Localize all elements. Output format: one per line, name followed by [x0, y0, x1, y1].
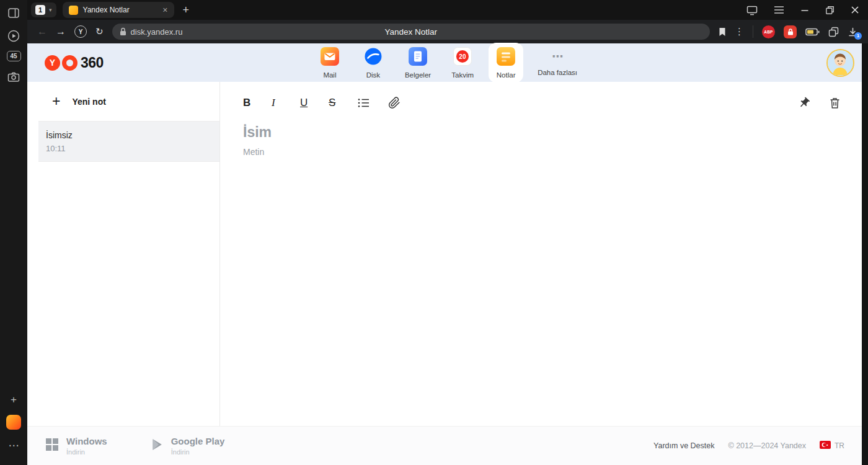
url-omnibox[interactable]: disk.yandex.ru Yandex Notlar: [112, 24, 710, 40]
video-play-icon[interactable]: [6, 28, 22, 44]
note-editor: B I U S: [220, 82, 868, 426]
battery-icon[interactable]: [805, 28, 820, 36]
back-icon[interactable]: ←: [37, 27, 47, 37]
tab-title: Yandex Notlar: [83, 6, 158, 14]
page-footer: Windows İndirin Google Play İndirin Yard…: [27, 426, 868, 465]
notes-workspace: + Yeni not İsimsiz 10:11 B I U S: [27, 82, 868, 426]
note-list-pane: + Yeni not İsimsiz 10:11: [38, 82, 220, 426]
note-list-item[interactable]: İsimsiz 10:11: [38, 122, 219, 162]
calendar-day-badge: 20: [459, 53, 467, 60]
logo-ring: [62, 55, 78, 71]
editor-toolbar: B I U S: [243, 89, 841, 117]
nav-more[interactable]: ⋯ Daha fazlası: [532, 43, 583, 80]
logo-y-circle: Y: [45, 55, 60, 71]
footer-right: Yardım ve Destek © 2012—2024 Yandex TR: [653, 440, 852, 451]
plus-icon: +: [52, 94, 60, 108]
browser-window: 45 + ⋯ 1 ▾ Yandex Notlar × +: [0, 0, 868, 465]
download-count-badge: 1: [854, 32, 862, 40]
more-services-icon: ⋯: [548, 47, 567, 66]
chevron-down-icon: ▾: [49, 7, 52, 13]
google-play-icon: [152, 438, 163, 453]
yandex360-logo[interactable]: Y 360: [45, 55, 104, 71]
strikethrough-button[interactable]: S: [329, 97, 339, 109]
collections-icon[interactable]: [828, 27, 839, 37]
lock-icon: [120, 27, 126, 36]
language-selector[interactable]: TR: [820, 440, 844, 451]
nav-disk[interactable]: Disk: [356, 43, 391, 82]
service-nav: Mail Disk Belgeler: [312, 43, 583, 82]
nav-docs[interactable]: Belgeler: [399, 43, 436, 82]
tab-bar: 1 ▾ Yandex Notlar × +: [27, 0, 868, 20]
downloads-icon[interactable]: 1: [848, 27, 858, 37]
notes-icon: [497, 47, 515, 68]
google-play-download-link[interactable]: Google Play İndirin: [152, 436, 225, 455]
logo-360-text: 360: [81, 55, 104, 71]
side-panel-icon[interactable]: [6, 5, 22, 21]
note-title-input[interactable]: İsim: [243, 124, 841, 141]
avatar[interactable]: [826, 49, 854, 77]
toolbar-divider: [753, 25, 753, 38]
disk-icon: [364, 47, 383, 68]
note-title: İsimsiz: [46, 130, 210, 140]
browser-tab-active[interactable]: Yandex Notlar ×: [63, 2, 174, 18]
protect-extension-icon[interactable]: [784, 25, 797, 38]
web-page: Y 360 Mail Disk: [27, 43, 868, 465]
rail-add-icon[interactable]: +: [6, 392, 22, 408]
tab-group-number: 1: [35, 5, 45, 15]
browser-side-rail: 45 + ⋯: [0, 0, 27, 465]
nav-mail[interactable]: Mail: [312, 43, 347, 82]
tab-close-icon[interactable]: ×: [162, 6, 167, 14]
yandex-launcher-icon[interactable]: [6, 415, 21, 430]
new-tab-button[interactable]: +: [183, 4, 190, 17]
bullet-list-icon[interactable]: [357, 97, 370, 108]
nav-notes[interactable]: Notlar: [489, 43, 523, 82]
cast-icon[interactable]: [746, 5, 758, 16]
attachment-icon[interactable]: [388, 97, 401, 109]
turkey-flag-icon: [820, 440, 831, 451]
help-link[interactable]: Yardım ve Destek: [653, 441, 714, 450]
pin-icon[interactable]: [798, 97, 810, 109]
underline-button[interactable]: U: [300, 97, 310, 109]
forward-icon[interactable]: →: [56, 27, 66, 37]
menu-icon[interactable]: [774, 6, 784, 14]
tab-group-selector[interactable]: 1 ▾: [31, 2, 56, 17]
adblock-extension-icon[interactable]: ABP: [762, 25, 775, 38]
documents-icon: [409, 47, 427, 68]
close-icon[interactable]: [851, 6, 859, 14]
yandex360-header: Y 360 Mail Disk: [27, 43, 868, 82]
calendar-icon: 20: [453, 47, 472, 68]
bookmark-icon[interactable]: [719, 27, 726, 37]
url-text: disk.yandex.ru: [131, 27, 183, 37]
windows-download-link[interactable]: Windows İndirin: [46, 436, 107, 455]
notes-favicon: [69, 6, 78, 15]
nav-calendar[interactable]: 20 Takvim: [445, 43, 480, 82]
new-note-label: Yeni not: [72, 97, 105, 107]
windows-icon: [46, 438, 58, 453]
more-vertical-icon[interactable]: ⋮: [735, 26, 744, 37]
tab-counter-badge[interactable]: 45: [7, 51, 21, 61]
address-bar: ← → Y ↻ disk.yandex.ru Yandex Notlar ⋮ A…: [27, 20, 868, 43]
rail-more-icon[interactable]: ⋯: [6, 437, 22, 453]
new-note-button[interactable]: + Yeni not: [38, 82, 219, 122]
mail-icon: [321, 47, 339, 68]
minimize-icon[interactable]: [800, 6, 809, 14]
note-body-input[interactable]: Metin: [243, 147, 841, 157]
window-frame-edge: [862, 43, 868, 465]
window-controls: [746, 5, 859, 16]
italic-button[interactable]: I: [272, 97, 281, 109]
restore-icon[interactable]: [825, 6, 835, 15]
screenshot-camera-icon[interactable]: [6, 69, 22, 85]
bold-button[interactable]: B: [243, 97, 253, 109]
refresh-icon[interactable]: ↻: [95, 26, 104, 37]
yandex-browser-icon[interactable]: Y: [74, 25, 87, 38]
copyright-text: © 2012—2024 Yandex: [728, 441, 806, 450]
trash-icon[interactable]: [829, 97, 841, 109]
page-title: Yandex Notlar: [112, 27, 710, 37]
note-time: 10:11: [46, 144, 210, 153]
